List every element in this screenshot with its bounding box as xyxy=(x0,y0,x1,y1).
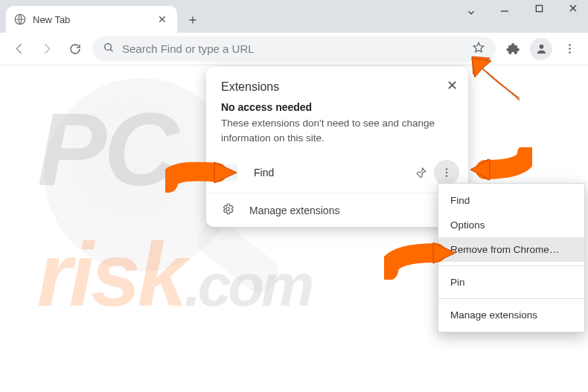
back-button[interactable] xyxy=(7,38,30,60)
svg-point-14 xyxy=(226,208,230,211)
close-tab-icon[interactable]: ✕ xyxy=(155,12,170,27)
extensions-popup-title: Extensions xyxy=(206,67,468,101)
address-bar-placeholder: Search Find or type a URL xyxy=(122,42,464,55)
tab-title: New Tab xyxy=(33,14,155,25)
menu-separator xyxy=(438,266,584,266)
extensions-popup: ✕ Extensions No access needed These exte… xyxy=(206,67,468,227)
window-titlebar: New Tab ✕ ＋ xyxy=(0,0,588,33)
profile-button[interactable] xyxy=(530,38,552,60)
tabs-dropdown-icon[interactable] xyxy=(466,7,476,21)
svg-point-10 xyxy=(569,51,571,54)
bookmark-star-icon[interactable] xyxy=(472,41,485,57)
extension-name: Find xyxy=(254,167,409,179)
svg-point-11 xyxy=(446,168,447,170)
browser-tab[interactable]: New Tab ✕ xyxy=(6,6,177,33)
gear-icon xyxy=(221,202,234,218)
svg-point-5 xyxy=(105,43,112,50)
search-icon xyxy=(103,42,115,57)
window-controls xyxy=(494,3,584,16)
extensions-button[interactable] xyxy=(502,38,524,60)
address-bar[interactable]: Search Find or type a URL xyxy=(92,36,496,62)
svg-point-7 xyxy=(539,45,543,49)
manage-extensions-button[interactable]: Manage extensions xyxy=(206,193,468,227)
watermark-graphic xyxy=(191,214,284,298)
svg-point-12 xyxy=(446,172,447,173)
svg-line-6 xyxy=(110,49,112,51)
chrome-menu-button[interactable] xyxy=(558,38,581,60)
svg-rect-2 xyxy=(536,5,542,11)
minimize-button[interactable] xyxy=(494,3,515,16)
extensions-access-description: These extensions don't need to see and c… xyxy=(206,113,468,154)
extension-icon xyxy=(221,164,237,181)
ctx-item-find[interactable]: Find xyxy=(438,188,584,213)
forward-button[interactable] xyxy=(36,38,58,60)
globe-icon xyxy=(13,13,27,26)
new-tab-button[interactable]: ＋ xyxy=(182,8,204,30)
ctx-item-pin[interactable]: Pin xyxy=(438,270,584,295)
extension-more-button[interactable] xyxy=(434,160,459,185)
extension-context-menu: Find Options Remove from Chrome… Pin Man… xyxy=(438,183,585,332)
ctx-item-manage[interactable]: Manage extensions xyxy=(438,303,584,327)
close-icon[interactable]: ✕ xyxy=(444,74,461,97)
svg-point-13 xyxy=(446,176,447,177)
ctx-item-remove[interactable]: Remove from Chrome… xyxy=(438,237,584,262)
ctx-item-options[interactable]: Options xyxy=(438,213,584,237)
reload-button[interactable] xyxy=(64,38,86,60)
svg-point-8 xyxy=(569,44,571,46)
extensions-access-heading: No access needed xyxy=(206,101,468,113)
manage-extensions-label: Manage extensions xyxy=(249,205,339,216)
menu-separator xyxy=(438,298,584,299)
pin-icon[interactable] xyxy=(409,160,434,185)
browser-toolbar: Search Find or type a URL xyxy=(0,33,588,65)
close-window-button[interactable] xyxy=(563,3,584,16)
maximize-button[interactable] xyxy=(528,4,549,16)
extension-row[interactable]: Find xyxy=(206,154,468,193)
svg-point-9 xyxy=(569,48,571,50)
